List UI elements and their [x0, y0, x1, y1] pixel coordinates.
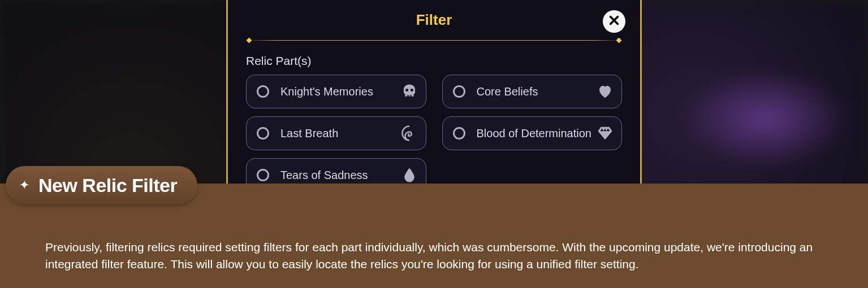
heart-icon	[597, 83, 614, 100]
caption-title-pill: ✦ New Relic Filter	[6, 166, 197, 204]
option-label: Core Beliefs	[477, 85, 597, 98]
drop-icon	[401, 167, 418, 184]
dialog-title: Filter	[416, 11, 452, 28]
option-label: Last Breath	[280, 127, 401, 140]
gem-icon	[597, 125, 614, 142]
radio-icon	[257, 169, 269, 181]
close-button[interactable]	[603, 10, 625, 33]
option-label: Blood of Determination	[477, 127, 597, 140]
filter-dialog: Filter Relic Part(s) Knight's Memories C…	[226, 0, 642, 203]
option-last-breath[interactable]: Last Breath	[246, 116, 426, 150]
swirl-icon	[401, 125, 418, 142]
option-label: Knight's Memories	[280, 85, 401, 98]
option-core-beliefs[interactable]: Core Beliefs	[442, 75, 623, 108]
option-knights-memories[interactable]: Knight's Memories	[246, 75, 426, 108]
close-icon	[608, 13, 620, 30]
divider	[246, 40, 622, 41]
sparkle-icon: ✦	[19, 178, 29, 193]
section-label: Relic Part(s)	[246, 54, 622, 68]
option-label: Tears of Sadness	[280, 169, 401, 182]
caption-title: New Relic Filter	[38, 174, 177, 197]
radio-icon	[257, 85, 269, 98]
radio-icon	[453, 85, 465, 98]
skull-icon	[401, 83, 418, 100]
dialog-header: Filter	[246, 11, 622, 29]
radio-icon	[453, 127, 465, 139]
relic-options-grid: Knight's Memories Core Beliefs Last Brea…	[246, 75, 622, 192]
caption-body: Previously, filtering relics required se…	[45, 239, 823, 272]
radio-icon	[257, 127, 269, 139]
option-blood-determination[interactable]: Blood of Determination	[442, 116, 623, 150]
